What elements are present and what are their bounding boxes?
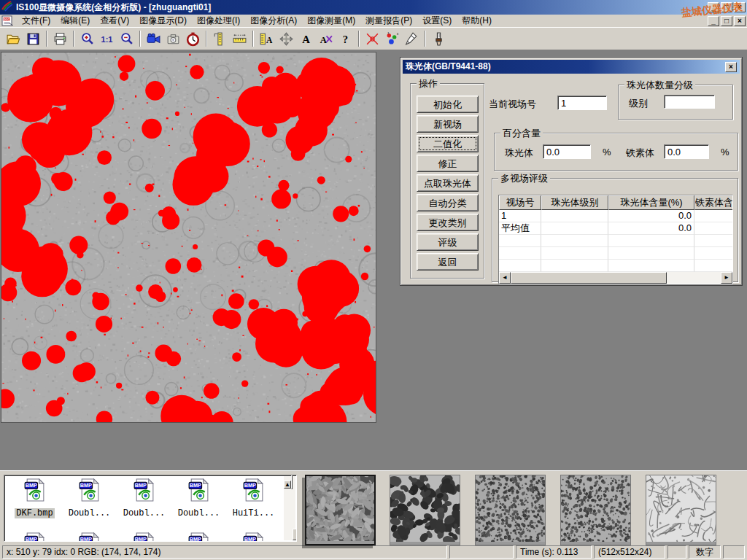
- file-vscrollbar[interactable]: ▲ ▼: [284, 476, 295, 540]
- table-col-header-2[interactable]: 珠光体级别: [541, 195, 608, 210]
- file-item[interactable]: BMP: [171, 532, 226, 542]
- particle-classify-icon[interactable]: 13: [383, 30, 401, 48]
- grade-input[interactable]: [664, 95, 715, 109]
- thumbnail-4[interactable]: [560, 475, 631, 545]
- print-icon[interactable]: [51, 30, 69, 48]
- file-item-5[interactable]: BMPHuiTi...: [226, 478, 281, 518]
- op-button-3[interactable]: 二值化: [417, 135, 479, 152]
- table-row[interactable]: [499, 247, 732, 260]
- menu-item-view[interactable]: 查看(V): [95, 14, 134, 28]
- op-button-4[interactable]: 修正: [417, 155, 479, 172]
- multi-field-group-label: 多视场评级: [498, 172, 550, 185]
- percent-group-label: 百分含量: [500, 127, 543, 140]
- mdi-close-button[interactable]: ×: [734, 16, 746, 26]
- menu-item-measure-report[interactable]: 测量报告(P): [360, 14, 417, 28]
- op-button-9[interactable]: 返回: [417, 253, 479, 271]
- dialog-close-button[interactable]: ×: [725, 62, 737, 72]
- close-button[interactable]: ×: [734, 2, 746, 12]
- text-style-icon[interactable]: A: [317, 30, 335, 48]
- table-row[interactable]: 10.0: [499, 210, 732, 222]
- file-item[interactable]: BMP: [62, 532, 117, 542]
- table-cell: [541, 260, 608, 272]
- scroll-up-icon[interactable]: ▲: [284, 481, 291, 489]
- table-row[interactable]: [499, 235, 732, 247]
- table-cell: [499, 247, 541, 260]
- scroll-down-icon[interactable]: ▼: [293, 529, 297, 540]
- timer-icon[interactable]: [184, 30, 202, 48]
- scroll-right-icon[interactable]: ►: [721, 272, 732, 284]
- svg-text:BMP: BMP: [190, 536, 201, 542]
- op-button-7[interactable]: 更改类别: [417, 214, 479, 231]
- table-col-header-4[interactable]: 铁素体含量(%): [694, 195, 733, 210]
- move-cross-icon[interactable]: [277, 30, 295, 48]
- thumbnail-3[interactable]: [475, 475, 546, 545]
- brush-icon[interactable]: [430, 30, 448, 48]
- vscroll-thumb[interactable]: [291, 475, 293, 489]
- thumbnail-2[interactable]: [390, 475, 460, 545]
- svg-text:BMP: BMP: [26, 536, 37, 542]
- menu-items: 文件(F)编辑(E)查看(V)图像显示(D)图像处理(I)图像分析(A)图像测量…: [17, 14, 497, 28]
- thumbnail-5[interactable]: [646, 475, 716, 545]
- table-hscrollbar[interactable]: ◄ ►: [499, 272, 732, 284]
- menu-item-file[interactable]: 文件(F): [17, 14, 55, 28]
- dialog-title: 珠光体(GB/T9441-88): [406, 61, 491, 73]
- operations-group: 操作 初始化新视场二值化修正点取珠光体自动分类更改类别评级返回: [410, 83, 484, 279]
- help-icon[interactable]: ?: [336, 30, 355, 48]
- measure-text-icon[interactable]: A: [258, 30, 276, 48]
- open-icon[interactable]: [4, 30, 23, 48]
- hscroll-thumb[interactable]: [511, 272, 667, 284]
- maximize-button[interactable]: □: [721, 2, 732, 12]
- pearlite-percent-input[interactable]: [543, 144, 591, 159]
- rating-table[interactable]: 视场号珠光体级别珠光体含量(%)铁素体含量(%) 10.0平均值0.0 ◄ ►: [498, 195, 733, 284]
- svg-text:BMP: BMP: [190, 482, 201, 489]
- curve-tool-icon[interactable]: [363, 30, 382, 48]
- metallograph-image[interactable]: [1, 52, 376, 422]
- thumbnail-1[interactable]: [305, 475, 376, 545]
- table-cell: [541, 222, 608, 235]
- video-camera-icon[interactable]: [144, 30, 163, 48]
- menu-item-edit[interactable]: 编辑(E): [55, 14, 95, 28]
- table-cell: [541, 247, 608, 260]
- menu-item-settings[interactable]: 设置(S): [417, 14, 457, 28]
- zoom-out-icon[interactable]: [117, 30, 136, 48]
- table-col-header-3[interactable]: 珠光体含量(%): [608, 195, 694, 210]
- op-button-8[interactable]: 评级: [417, 233, 479, 251]
- text-icon[interactable]: A: [297, 30, 315, 48]
- op-button-2[interactable]: 新视场: [417, 115, 479, 133]
- file-item[interactable]: BMP: [117, 532, 171, 542]
- menu-item-image-display[interactable]: 图像显示(D): [134, 14, 192, 28]
- scroll-left-icon[interactable]: ◄: [499, 272, 511, 284]
- op-button-5[interactable]: 点取珠光体: [417, 174, 479, 192]
- file-name: HuiTi...: [231, 508, 276, 518]
- file-browser[interactable]: BMPDKF.bmpBMPDoubl...BMPDoubl...BMPDoubl…: [4, 475, 297, 542]
- table-row[interactable]: 平均值0.0: [499, 222, 732, 235]
- file-item[interactable]: BMP: [226, 532, 281, 542]
- file-item[interactable]: BMP: [7, 532, 62, 542]
- ferrite-percent-input[interactable]: [664, 144, 709, 159]
- camera-icon[interactable]: [164, 30, 182, 48]
- pen-icon[interactable]: [403, 30, 421, 48]
- minimize-button[interactable]: _: [708, 2, 719, 12]
- mdi-minimize-button[interactable]: _: [708, 16, 719, 26]
- op-button-1[interactable]: 初始化: [417, 96, 479, 113]
- ruler-icon[interactable]: [231, 30, 249, 48]
- file-item-3[interactable]: BMPDoubl...: [117, 478, 171, 518]
- save-icon[interactable]: [24, 30, 42, 48]
- zoom-in-icon[interactable]: [78, 30, 96, 48]
- caliper-icon[interactable]: [211, 30, 229, 48]
- op-button-6[interactable]: 自动分类: [417, 194, 479, 211]
- current-field-input[interactable]: [557, 96, 607, 110]
- menu-item-image-measure[interactable]: 图像测量(M): [302, 14, 360, 28]
- file-item-2[interactable]: BMPDoubl...: [62, 478, 117, 518]
- file-item-1[interactable]: BMPDKF.bmp: [7, 478, 62, 518]
- file-item-4[interactable]: BMPDoubl...: [171, 478, 226, 518]
- svg-text:A: A: [320, 34, 327, 44]
- table-col-header-1[interactable]: 视场号: [499, 195, 541, 210]
- menu-item-help[interactable]: 帮助(H): [457, 14, 497, 28]
- one-to-one-icon[interactable]: 1:1: [98, 30, 116, 48]
- menu-item-image-analysis[interactable]: 图像分析(A): [245, 14, 302, 28]
- menu-item-image-process[interactable]: 图像处理(I): [192, 14, 245, 28]
- table-row[interactable]: [499, 260, 732, 272]
- mdi-restore-button[interactable]: □: [721, 16, 732, 26]
- table-cell: [694, 247, 733, 260]
